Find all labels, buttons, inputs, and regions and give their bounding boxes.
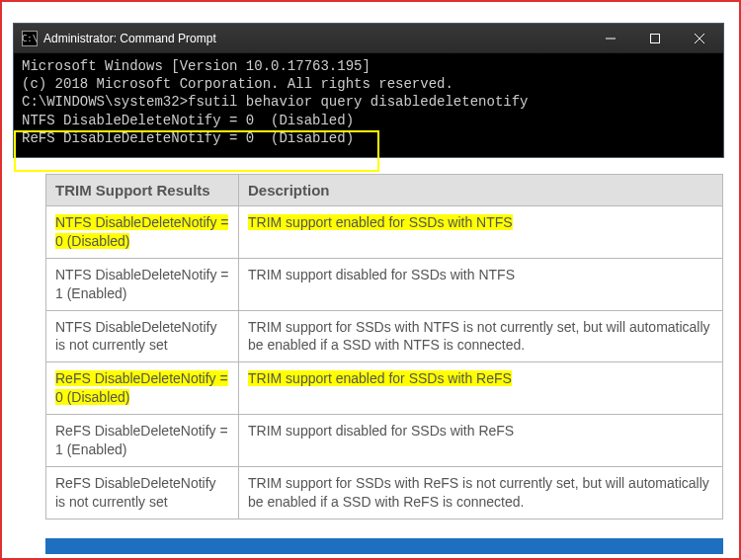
console-prompt: C:\WINDOWS\system32>fsutil behavior quer… — [22, 93, 715, 111]
table-row: NTFS DisableDeleteNotify = 1 (Enabled) T… — [46, 258, 723, 310]
table-header-row: TRIM Support Results Description — [46, 175, 723, 206]
cell-desc: TRIM support for SSDs with NTFS is not c… — [239, 310, 723, 362]
page-container: C:\ Administrator: Command Prompt Micros… — [0, 0, 741, 560]
cell-result: NTFS DisableDeleteNotify = 1 (Enabled) — [46, 258, 239, 310]
cmd-icon: C:\ — [22, 31, 38, 46]
table-body: NTFS DisableDeleteNotify = 0 (Disabled) … — [46, 206, 723, 520]
footer-strip — [45, 538, 723, 554]
maximize-button[interactable] — [632, 25, 677, 52]
cell-result: ReFS DisableDeleteNotify is not currentl… — [46, 466, 239, 519]
cell-desc: TRIM support enabled for SSDs with ReFS — [239, 362, 723, 415]
trim-support-table: TRIM Support Results Description NTFS Di… — [45, 174, 723, 520]
close-button[interactable] — [677, 25, 721, 52]
cell-result: ReFS DisableDeleteNotify = 0 (Disabled) — [46, 362, 239, 415]
header-results: TRIM Support Results — [46, 175, 239, 206]
cell-desc: TRIM support disabled for SSDs with NTFS — [239, 258, 723, 310]
minimize-button[interactable] — [588, 25, 632, 52]
header-description: Description — [239, 175, 723, 206]
table-row: NTFS DisableDeleteNotify = 0 (Disabled) … — [46, 206, 723, 259]
maximize-icon — [650, 34, 660, 43]
cell-desc: TRIM support for SSDs with ReFS is not c… — [239, 466, 723, 519]
window-title: Administrator: Command Prompt — [43, 32, 588, 45]
minimize-icon — [606, 34, 616, 43]
svg-rect-1 — [650, 34, 659, 42]
command-prompt-window: C:\ Administrator: Command Prompt Micros… — [13, 23, 724, 158]
console-line: (c) 2018 Microsoft Corporation. All righ… — [22, 75, 715, 93]
title-bar[interactable]: C:\ Administrator: Command Prompt — [14, 24, 723, 53]
table-row: NTFS DisableDeleteNotify is not currentl… — [46, 310, 723, 362]
table-row: ReFS DisableDeleteNotify is not currentl… — [46, 466, 723, 519]
window-controls — [588, 25, 721, 52]
table-container: TRIM Support Results Description NTFS Di… — [45, 174, 723, 520]
cell-desc: TRIM support enabled for SSDs with NTFS — [239, 206, 723, 259]
cell-desc: TRIM support disabled for SSDs with ReFS — [239, 415, 723, 467]
console-line: Microsoft Windows [Version 10.0.17763.19… — [22, 57, 715, 75]
console-output: ReFS DisableDeleteNotify = 0 (Disabled) — [22, 129, 715, 147]
cell-result: NTFS DisableDeleteNotify is not currentl… — [46, 310, 239, 362]
cell-result: ReFS DisableDeleteNotify = 1 (Enabled) — [46, 415, 239, 467]
cell-result: NTFS DisableDeleteNotify = 0 (Disabled) — [46, 206, 239, 259]
table-row: ReFS DisableDeleteNotify = 0 (Disabled) … — [46, 362, 723, 415]
table-row: ReFS DisableDeleteNotify = 1 (Enabled) T… — [46, 415, 723, 467]
console-body[interactable]: Microsoft Windows [Version 10.0.17763.19… — [14, 53, 723, 157]
close-icon — [695, 34, 704, 43]
console-output: NTFS DisableDeleteNotify = 0 (Disabled) — [22, 112, 715, 129]
